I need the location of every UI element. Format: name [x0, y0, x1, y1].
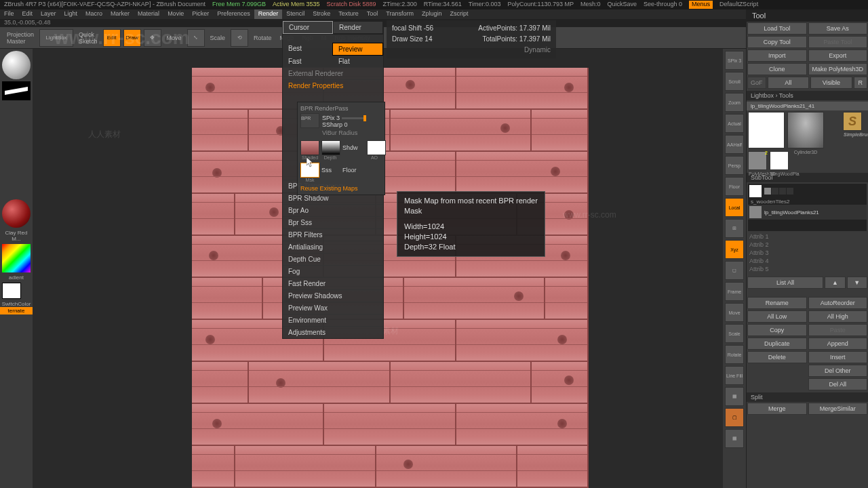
- clone-button[interactable]: Clone: [747, 63, 807, 75]
- frame-button[interactable]: Frame: [725, 282, 744, 301]
- xyz-button[interactable]: Xyz: [725, 240, 744, 259]
- antialiasing[interactable]: Antialiasing: [283, 241, 383, 253]
- rotate-button[interactable]: ⟲: [231, 29, 248, 47]
- attr-2[interactable]: Attrib 2: [747, 241, 868, 249]
- rotate-nav-button[interactable]: Rotate: [725, 345, 744, 364]
- brush-thumb[interactable]: [2, 51, 31, 79]
- tool-thumb-polymesh[interactable]: 2PolyMesh3D: [748, 151, 767, 170]
- ssharp-slider[interactable]: SSharp 0: [322, 121, 348, 128]
- bpr-button[interactable]: BPR: [300, 113, 319, 128]
- shdw-label[interactable]: Shdw: [342, 144, 365, 151]
- persp-button[interactable]: Persp: [725, 156, 744, 175]
- scale-button[interactable]: ⤡: [187, 29, 205, 47]
- list-all-button[interactable]: List All: [747, 277, 823, 289]
- floor-label[interactable]: Floor: [342, 167, 365, 174]
- tool-thumb-tiling[interactable]: tilingWoodPla: [770, 151, 789, 170]
- alternate-button[interactable]: ternate: [0, 307, 33, 314]
- render-best[interactable]: Best: [283, 43, 332, 56]
- bpr-ao[interactable]: Bpr Ao: [283, 204, 383, 216]
- seethrough[interactable]: See-through 0: [644, 1, 682, 9]
- actual-button[interactable]: Actual: [725, 114, 744, 133]
- load-tool-button[interactable]: Load Tool: [747, 22, 807, 35]
- material-thumb[interactable]: [2, 199, 31, 228]
- zoom-button[interactable]: Zoom: [725, 93, 744, 112]
- tool-thumb-simplebrush[interactable]: SSimpleBrush: [843, 112, 862, 131]
- render-flat[interactable]: Flat: [333, 56, 383, 67]
- ao-thumb[interactable]: [367, 140, 386, 155]
- draw-button[interactable]: Draw: [123, 29, 141, 47]
- spix-slider[interactable]: SPix 3: [322, 115, 340, 121]
- del-all-button[interactable]: Del All: [808, 378, 868, 390]
- default-zscript[interactable]: DefaultZScript: [719, 1, 758, 9]
- cursor-tab[interactable]: Cursor: [283, 21, 333, 34]
- merge-similar-button[interactable]: MergeSimilar: [808, 403, 868, 415]
- fog[interactable]: Fog: [283, 265, 383, 277]
- down-arrow-button[interactable]: ▼: [847, 277, 867, 289]
- all-button[interactable]: All: [768, 77, 810, 89]
- adjustments[interactable]: Adjustments: [283, 326, 383, 338]
- stroke-thumb[interactable]: [2, 81, 31, 100]
- dynamesh-button[interactable]: ▢: [725, 408, 744, 427]
- r-button[interactable]: R: [854, 77, 867, 89]
- import-button[interactable]: Import: [747, 49, 807, 62]
- insert-button[interactable]: Insert: [808, 351, 868, 363]
- copy-button[interactable]: Copy: [747, 324, 807, 336]
- del-other-button[interactable]: Del Other: [808, 365, 868, 377]
- color-swatch[interactable]: [2, 283, 21, 299]
- local-button[interactable]: Local: [725, 198, 744, 217]
- lightbox-tools-header[interactable]: Lightbox › Tools: [747, 91, 868, 100]
- menu-preferences[interactable]: Preferences: [213, 9, 254, 19]
- menu-zplugin[interactable]: Zplugin: [418, 9, 446, 19]
- menu-edit[interactable]: Edit: [18, 9, 37, 19]
- projection-master[interactable]: Projection Master: [7, 31, 34, 45]
- menu-file[interactable]: File: [0, 9, 18, 19]
- quicksave-button[interactable]: QuickSave: [608, 1, 637, 9]
- menu-transform[interactable]: Transform: [382, 9, 418, 19]
- menu-render[interactable]: Render: [254, 9, 283, 19]
- depth-cue[interactable]: Depth Cue: [283, 253, 383, 265]
- rename-button[interactable]: Rename: [747, 297, 807, 309]
- move-nav-button[interactable]: Move: [725, 303, 744, 322]
- menu-light[interactable]: Light: [60, 9, 82, 19]
- scale-nav-button[interactable]: Scale: [725, 324, 744, 343]
- paste-button[interactable]: Paste: [808, 324, 868, 336]
- menu-tool[interactable]: Tool: [363, 9, 382, 19]
- up-arrow-button[interactable]: ▲: [825, 277, 845, 289]
- preview-shadows[interactable]: Preview Shadows: [283, 289, 383, 302]
- line-fill-button[interactable]: Line Fill: [725, 366, 744, 385]
- attr-5[interactable]: Attrib 5: [747, 265, 868, 273]
- all-high-button[interactable]: All High: [808, 310, 868, 323]
- render-tab[interactable]: Render: [333, 21, 383, 34]
- dynamic-label[interactable]: Dynamic: [392, 45, 551, 56]
- misc1-button[interactable]: ◻: [725, 261, 744, 280]
- quick-sketch[interactable]: Quick Sketch: [79, 31, 98, 45]
- visible-button[interactable]: Visible: [810, 77, 852, 89]
- menu-marker[interactable]: Marker: [106, 9, 134, 19]
- menus-button[interactable]: Menus: [689, 1, 713, 9]
- subtool-item-1[interactable]: [748, 184, 867, 199]
- fast-render[interactable]: Fast Render: [283, 277, 383, 289]
- merge-button[interactable]: Merge: [747, 403, 807, 415]
- tool-thumb-cylinder[interactable]: Cylinder3D: [787, 112, 824, 148]
- copy-tool-button[interactable]: Copy Tool: [747, 36, 807, 48]
- menu-material[interactable]: Material: [134, 9, 163, 19]
- attr-1[interactable]: Attrib 1: [747, 232, 868, 241]
- switch-color[interactable]: SwitchColor: [0, 301, 33, 307]
- render-fast[interactable]: Fast: [283, 56, 333, 67]
- all-low-button[interactable]: All Low: [747, 310, 807, 323]
- scroll-button[interactable]: Scroll: [725, 72, 744, 91]
- sss-label[interactable]: Sss: [321, 167, 340, 174]
- split-header[interactable]: Split: [747, 392, 868, 402]
- paste-tool-button[interactable]: Paste Tool: [808, 36, 868, 48]
- focal-shift[interactable]: focal Shift -56: [392, 23, 433, 34]
- bpr-sss[interactable]: Bpr Sss: [283, 216, 383, 228]
- spix-button[interactable]: SPix 3: [725, 51, 744, 70]
- qgrid-button[interactable]: ▦: [725, 429, 744, 448]
- attr-4[interactable]: Attrib 4: [747, 257, 868, 265]
- menu-texture[interactable]: Texture: [334, 9, 363, 19]
- floor-button[interactable]: Floor: [725, 177, 744, 196]
- export-button[interactable]: Export: [808, 49, 868, 62]
- append-button[interactable]: Append: [808, 338, 868, 350]
- save-as-button[interactable]: Save As: [808, 22, 868, 35]
- document-view[interactable]: [192, 68, 589, 488]
